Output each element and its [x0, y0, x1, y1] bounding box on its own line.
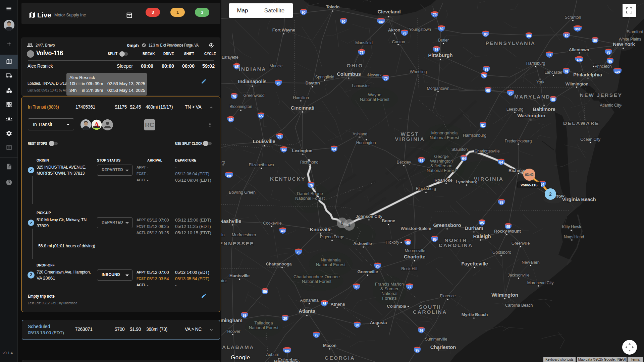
svg-text:Fayetteville: Fayetteville — [461, 261, 488, 266]
svg-text:Princeton: Princeton — [594, 64, 611, 69]
svg-text:85: 85 — [355, 285, 359, 289]
svg-text:Charlottesville: Charlottesville — [474, 149, 500, 154]
svg-text:Athens: Athens — [331, 302, 345, 307]
svg-text:Philadelphia: Philadelphia — [573, 72, 602, 77]
svg-text:Greenville: Greenville — [512, 241, 530, 246]
svg-text:75: 75 — [314, 334, 318, 337]
svg-text:Louisville: Louisville — [253, 138, 275, 144]
svg-text:Washington: Washington — [517, 113, 545, 118]
svg-text:Allentown: Allentown — [569, 47, 589, 52]
svg-text:75: 75 — [309, 184, 313, 187]
svg-text:59: 59 — [263, 290, 267, 294]
svg-text:Lexington: Lexington — [292, 148, 313, 153]
svg-text:Harrisonburg: Harrisonburg — [463, 133, 486, 138]
svg-text:OHIO: OHIO — [346, 63, 363, 68]
svg-text:68: 68 — [486, 89, 490, 93]
svg-text:Indianapolis: Indianapolis — [238, 78, 266, 84]
svg-text:National Forest: National Forest — [249, 325, 279, 330]
svg-text:Winston-Salem: Winston-Salem — [400, 226, 431, 231]
svg-text:65: 65 — [259, 114, 263, 118]
svg-text:70: 70 — [232, 95, 236, 99]
svg-text:Scranton: Scranton — [565, 15, 581, 20]
svg-text:Raleigh: Raleigh — [473, 233, 491, 239]
svg-text:Morgantown: Morgantown — [427, 86, 449, 91]
svg-text:Huntington: Huntington — [356, 140, 376, 145]
svg-text:CAROLINA: CAROLINA — [413, 309, 447, 315]
svg-text:70: 70 — [276, 81, 280, 85]
svg-text:Wilmington: Wilmington — [491, 292, 518, 298]
svg-text:Rock Hill: Rock Hill — [401, 266, 417, 271]
svg-text:40: 40 — [281, 229, 285, 233]
svg-text:76: 76 — [482, 74, 486, 78]
svg-text:80: 80 — [593, 39, 597, 43]
svg-text:Volvo-116: Volvo-116 — [521, 183, 538, 187]
svg-text:69: 69 — [229, 118, 233, 122]
svg-text:Johnson City: Johnson City — [356, 214, 383, 219]
svg-text:76: 76 — [402, 32, 407, 35]
svg-text:National Forest: National Forest — [360, 97, 390, 102]
svg-text:Virginia Beach: Virginia Beach — [562, 196, 596, 202]
svg-text:2: 2 — [549, 191, 552, 197]
svg-text:Richmond: Richmond — [300, 160, 319, 165]
svg-text:Atlanta: Atlanta — [299, 308, 315, 314]
svg-text:Forests: Forests — [382, 296, 397, 301]
svg-text:MARYLAND: MARYLAND — [514, 94, 550, 100]
svg-text:75: 75 — [297, 250, 301, 254]
svg-text:26: 26 — [376, 264, 380, 268]
svg-text:26: 26 — [419, 329, 423, 333]
svg-text:National Forest: National Forest — [316, 262, 346, 267]
svg-text:KENTUCKY: KENTUCKY — [270, 176, 306, 182]
svg-text:Chattanooga: Chattanooga — [266, 261, 292, 266]
svg-text:Lancaster: Lancaster — [544, 70, 562, 75]
svg-text:Springfield: Springfield — [315, 75, 334, 79]
svg-text:76: 76 — [564, 70, 568, 73]
svg-text:Wayne: Wayne — [368, 92, 381, 97]
svg-text:National Forest: National Forest — [302, 279, 332, 284]
svg-text:Roanoke: Roanoke — [434, 178, 452, 183]
svg-text:Nags Head: Nags Head — [564, 235, 584, 239]
svg-text:Cincinnati: Cincinnati — [291, 105, 315, 111]
svg-text:85: 85 — [322, 302, 326, 306]
svg-text:Harrisburg: Harrisburg — [526, 61, 545, 66]
svg-text:64: 64 — [282, 148, 286, 152]
svg-text:Wheeling: Wheeling — [410, 69, 427, 74]
svg-text:70: 70 — [384, 77, 388, 80]
svg-text:81: 81 — [547, 53, 551, 57]
svg-text:National Forest: National Forest — [295, 196, 325, 201]
svg-text:Rocky Mount: Rocky Mount — [494, 229, 521, 234]
svg-text:PENNSYLVANIA: PENNSYLVANIA — [485, 40, 535, 46]
svg-text:77: 77 — [408, 285, 412, 289]
svg-text:GEORGIA: GEORGIA — [325, 355, 355, 361]
svg-text:Staunton: Staunton — [451, 147, 468, 152]
svg-text:Leesburg: Leesburg — [506, 107, 524, 112]
svg-text:40: 40 — [406, 241, 410, 245]
svg-text:National Forest: National Forest — [427, 168, 457, 173]
svg-text:CAROLINA: CAROLINA — [439, 242, 473, 248]
svg-text:476: 476 — [577, 58, 582, 62]
svg-text:Owensboro: Owensboro — [221, 160, 225, 165]
svg-text:DELAWARE: DELAWARE — [563, 120, 599, 126]
svg-text:National Forest: National Forest — [430, 135, 460, 140]
svg-text:Kitty Hawk: Kitty Hawk — [562, 225, 581, 229]
svg-text:Myrtle Beach: Myrtle Beach — [462, 312, 488, 317]
svg-text:Nashville: Nashville — [221, 218, 241, 224]
svg-text:Toledo: Toledo — [326, 4, 340, 9]
svg-text:380: 380 — [575, 27, 580, 31]
svg-text:80: 80 — [439, 27, 443, 31]
svg-text:64: 64 — [499, 161, 503, 164]
svg-text:NEW JERSEY: NEW JERSEY — [580, 92, 623, 98]
svg-text:70: 70 — [508, 92, 513, 95]
svg-text:78: 78 — [606, 51, 610, 54]
svg-text:Florence: Florence — [440, 294, 455, 298]
svg-text:85: 85 — [480, 221, 484, 225]
svg-text:Akron: Akron — [388, 27, 400, 33]
svg-text:480: 480 — [378, 20, 383, 23]
svg-text:165: 165 — [226, 174, 231, 177]
svg-text:95: 95 — [608, 60, 612, 63]
svg-text:Lafayette: Lafayette — [222, 55, 238, 60]
svg-text:79: 79 — [433, 13, 437, 17]
svg-text:95: 95 — [506, 225, 510, 229]
svg-text:VIRGINIA: VIRGINIA — [395, 136, 425, 142]
svg-text:& Sumter: & Sumter — [380, 286, 399, 291]
svg-text:Muncie: Muncie — [269, 64, 282, 68]
